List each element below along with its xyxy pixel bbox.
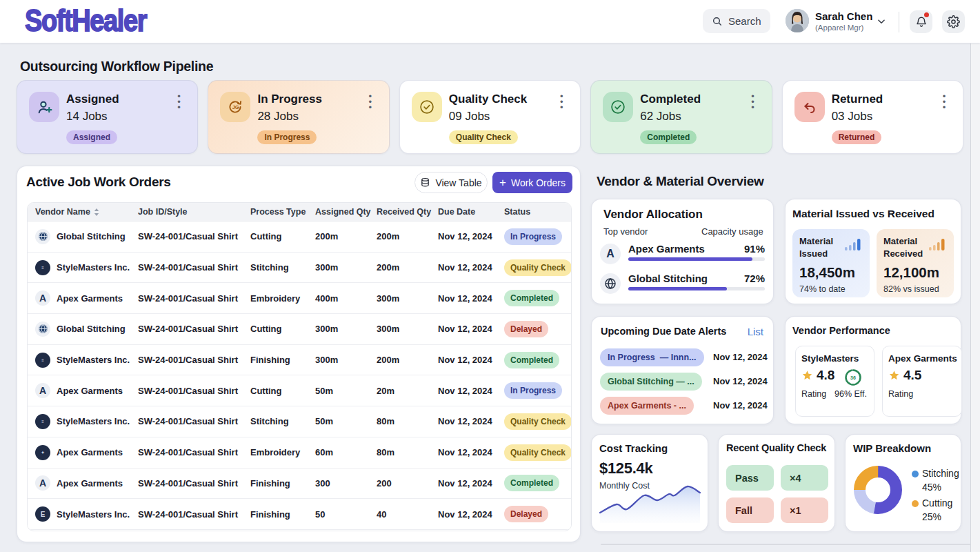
svg-text:36: 36	[850, 375, 856, 380]
svg-text:JG: JG	[232, 104, 239, 110]
